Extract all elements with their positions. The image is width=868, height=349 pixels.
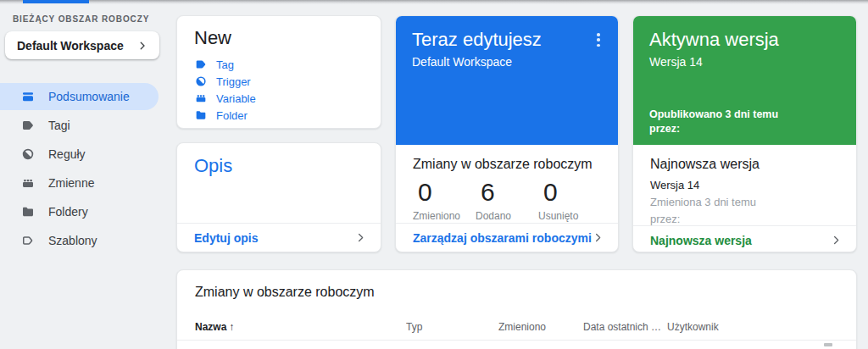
column-header-uzytkownik[interactable]: Użytkownik bbox=[667, 321, 838, 333]
latest-version-link-label: Najnowsza wersja bbox=[650, 234, 752, 247]
sidebar-item-label: Szablony bbox=[48, 234, 97, 247]
workspace-changes-body: Zmiany w obszarze roboczym 0 Zmieniono 6… bbox=[396, 145, 618, 223]
published-line: Opublikowano 3 dni temu bbox=[649, 108, 844, 122]
new-variable-button[interactable]: Variable bbox=[194, 90, 364, 107]
workspace-changes-table-card: Zmiany w obszarze roboczym Nazwa↑ Typ Zm… bbox=[176, 269, 857, 349]
active-version-header: Aktywna wersja Wersja 14 Opublikowano 3 … bbox=[633, 16, 856, 145]
now-editing-title: Teraz edytujesz bbox=[412, 28, 606, 52]
workspace-selector[interactable]: Default Workspace bbox=[5, 31, 159, 59]
chevron-right-icon bbox=[354, 231, 367, 244]
overview-icon bbox=[20, 89, 36, 104]
tag-icon bbox=[194, 58, 208, 71]
stat-added-label: Dodano bbox=[476, 210, 538, 222]
edit-description-button[interactable]: Edytuj opis bbox=[177, 223, 381, 252]
chevron-right-icon bbox=[830, 234, 843, 247]
trigger-icon bbox=[20, 147, 36, 162]
column-header-data[interactable]: Data ostatnich zm… bbox=[583, 321, 667, 333]
sort-ascending-icon: ↑ bbox=[229, 321, 234, 333]
sidebar-item-reguly[interactable]: Reguły bbox=[0, 141, 174, 168]
new-folder-label: Folder bbox=[216, 109, 248, 122]
variable-icon bbox=[20, 175, 36, 191]
sidebar-nav: Podsumowanie Tagi Reguły Zmienne bbox=[0, 83, 174, 254]
latest-version-modified: Zmieniona 3 dni temu bbox=[650, 196, 839, 208]
now-editing-workspace: Default Workspace bbox=[412, 55, 606, 69]
new-folder-button[interactable]: Folder bbox=[194, 107, 364, 124]
sidebar-item-zmienne[interactable]: Zmienne bbox=[0, 169, 174, 197]
current-workspace-label: BIEŻĄCY OBSZAR ROBOCZY bbox=[13, 14, 174, 24]
folder-icon bbox=[20, 204, 36, 219]
latest-version-by: przez: bbox=[650, 213, 839, 225]
stat-deleted: 0 Usunięto bbox=[538, 178, 601, 222]
chevron-right-icon bbox=[136, 40, 148, 52]
now-editing-header: Teraz edytujesz Default Workspace bbox=[396, 16, 618, 145]
latest-version-button[interactable]: Najnowsza wersja bbox=[633, 225, 856, 252]
table-header-divider bbox=[177, 340, 856, 341]
active-tab-indicator bbox=[23, 0, 89, 3]
column-header-zmieniono[interactable]: Zmieniono bbox=[498, 321, 583, 333]
sidebar: BIEŻĄCY OBSZAR ROBOCZY Default Workspace… bbox=[0, 4, 174, 349]
now-editing-card: Teraz edytujesz Default Workspace Zmiany… bbox=[395, 15, 619, 252]
kebab-menu-icon[interactable] bbox=[592, 32, 605, 47]
stat-modified: 0 Zmieniono bbox=[413, 178, 476, 222]
new-variable-label: Variable bbox=[216, 92, 256, 105]
row-action-icon-partial bbox=[824, 343, 832, 346]
stat-added: 6 Dodano bbox=[476, 178, 538, 222]
stat-modified-label: Zmieniono bbox=[413, 210, 476, 222]
stat-modified-value: 0 bbox=[418, 178, 476, 207]
active-version-title: Aktywna wersja bbox=[649, 28, 844, 52]
sidebar-item-label: Reguły bbox=[48, 147, 86, 161]
tag-icon bbox=[20, 118, 36, 133]
new-card-title: New bbox=[194, 27, 364, 49]
sidebar-item-podsumowanie[interactable]: Podsumowanie bbox=[0, 83, 159, 110]
new-trigger-label: Trigger bbox=[216, 75, 251, 88]
column-header-nazwa[interactable]: Nazwa↑ bbox=[195, 321, 406, 333]
table-title: Zmiany w obszarze roboczym bbox=[177, 270, 856, 300]
folder-icon bbox=[194, 108, 208, 122]
variable-icon bbox=[194, 91, 208, 105]
stat-deleted-value: 0 bbox=[543, 178, 601, 207]
chevron-right-icon bbox=[592, 231, 604, 244]
sidebar-item-label: Zmienne bbox=[48, 176, 94, 190]
table-header-row: Nazwa↑ Typ Zmieniono Data ostatnich zm… … bbox=[177, 321, 856, 333]
stat-deleted-label: Usunięto bbox=[538, 210, 601, 222]
top-tab-bar bbox=[0, 0, 868, 4]
new-tag-label: Tag bbox=[216, 58, 234, 71]
new-tag-button[interactable]: Tag bbox=[194, 56, 364, 73]
new-trigger-button[interactable]: Trigger bbox=[194, 73, 364, 90]
column-header-typ[interactable]: Typ bbox=[406, 321, 498, 333]
stat-added-value: 6 bbox=[481, 178, 538, 207]
template-icon bbox=[20, 233, 36, 248]
main-content: New Tag Trigger bbox=[174, 4, 868, 349]
latest-version-number: Wersja 14 bbox=[650, 179, 839, 191]
sidebar-item-tagi[interactable]: Tagi bbox=[0, 112, 174, 139]
sidebar-item-label: Tagi bbox=[48, 119, 70, 132]
description-title: Opis bbox=[177, 143, 381, 223]
manage-workspaces-button[interactable]: Zarządzaj obszarami roboczymi bbox=[396, 223, 618, 252]
manage-workspaces-label: Zarządzaj obszarami roboczymi bbox=[413, 231, 592, 245]
trigger-icon bbox=[194, 75, 208, 88]
sidebar-item-szablony[interactable]: Szablony bbox=[0, 227, 174, 254]
workspace-changes-stats: 0 Zmieniono 6 Dodano 0 Usunięto bbox=[413, 178, 601, 222]
workspace-name: Default Workspace bbox=[17, 39, 124, 53]
workspace-changes-title: Zmiany w obszarze roboczym bbox=[413, 157, 601, 172]
latest-version-body: Najnowsza wersja Wersja 14 Zmieniona 3 d… bbox=[633, 145, 856, 225]
active-version-number: Wersja 14 bbox=[649, 55, 844, 69]
sidebar-item-label: Foldery bbox=[48, 205, 88, 219]
latest-version-heading: Najnowsza wersja bbox=[650, 157, 839, 172]
edit-description-label: Edytuj opis bbox=[194, 231, 258, 245]
sidebar-item-foldery[interactable]: Foldery bbox=[0, 198, 174, 225]
published-info: Opublikowano 3 dni temu przez: bbox=[649, 108, 844, 136]
active-version-card: Aktywna wersja Wersja 14 Opublikowano 3 … bbox=[632, 15, 857, 252]
new-card: New Tag Trigger bbox=[176, 15, 381, 129]
sidebar-item-label: Podsumowanie bbox=[48, 90, 130, 103]
published-by: przez: bbox=[649, 122, 844, 136]
description-card: Opis Edytuj opis bbox=[176, 142, 381, 252]
